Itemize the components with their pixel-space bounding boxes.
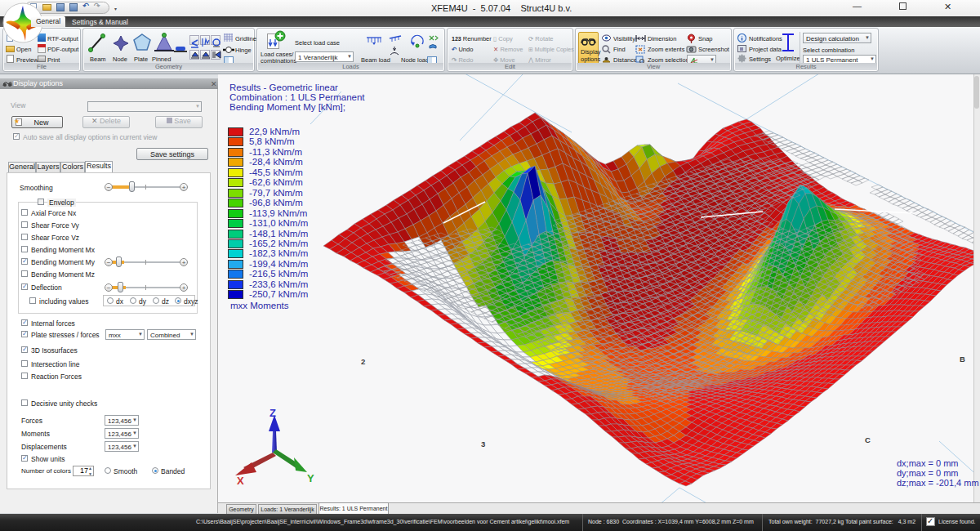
svg-text:Y: Y [307,472,314,484]
svg-text:X: X [237,475,244,487]
svg-text:Z: Z [270,407,276,419]
